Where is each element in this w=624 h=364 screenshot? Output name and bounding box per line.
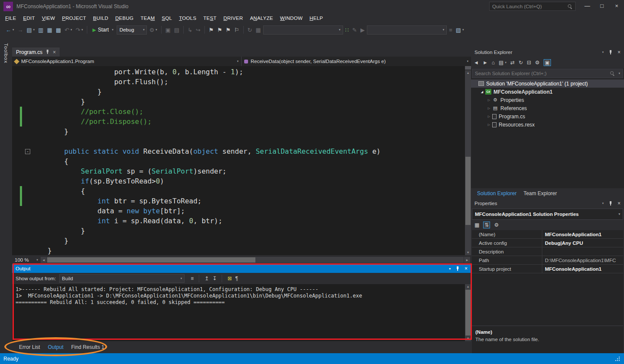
menu-item-tools[interactable]: TOOLS [175, 14, 200, 22]
close-icon[interactable]: × [618, 200, 621, 206]
close-icon[interactable]: × [465, 266, 468, 272]
attach-to-process-icon[interactable]: ⚙▾ [148, 26, 158, 34]
scrollbar-thumb[interactable] [465, 290, 471, 336]
toolbox-tab[interactable]: Toolbox [3, 43, 9, 63]
tool-window-tab-error-list[interactable]: Error List [16, 342, 44, 352]
menu-item-test[interactable]: TEST [200, 14, 220, 22]
pin-icon[interactable] [608, 201, 613, 206]
find-message-icon[interactable]: ≡ [191, 275, 194, 282]
immediate-window-icon[interactable]: ▤ [173, 26, 181, 34]
properties-object-selector[interactable]: MFConsoleApplication1 Solution Propertie… [472, 209, 623, 220]
menu-item-help[interactable]: HELP [306, 14, 326, 22]
find-combo[interactable]: ▾ [263, 25, 343, 35]
save-icon[interactable]: ▦ [46, 26, 54, 34]
tree-item-references[interactable]: ▷▤References [471, 104, 624, 112]
clear-bookmarks-icon[interactable]: ⚐ [233, 26, 241, 34]
back-icon[interactable]: ◄ [474, 60, 479, 66]
minimize-button[interactable]: — [580, 0, 595, 11]
scrollbar-track[interactable] [47, 257, 464, 263]
expander-icon[interactable]: ◢ [480, 90, 484, 94]
categorized-icon[interactable]: ▦ [474, 222, 479, 228]
solution-explorer-search[interactable]: Search Solution Explorer (Ctrl+;) ▾ [472, 69, 623, 78]
tree-item-program-cs[interactable]: ▷Program.cs [471, 112, 624, 120]
solution-platforms-icon[interactable]: ≡ [448, 26, 454, 34]
menu-item-build[interactable]: BUILD [89, 14, 111, 22]
menu-item-driver[interactable]: DRIVER [220, 14, 246, 22]
property-row-startup-project[interactable]: Startup projectMFConsoleApplication1 [472, 265, 623, 273]
next-bookmark-icon[interactable]: ⚑ [224, 26, 232, 34]
members-dropdown[interactable]: ReceiveData(object sender, SerialDataRec… [242, 57, 471, 66]
editor-horizontal-scrollbar[interactable]: ◂ ▸ [41, 257, 470, 263]
types-dropdown[interactable]: MFConsoleApplication1.Program ▾ [12, 57, 242, 66]
step-into-icon[interactable]: ↳ [186, 26, 194, 34]
expander-icon[interactable]: ▷ [487, 115, 491, 118]
command-window-icon[interactable]: ▦ [255, 26, 262, 34]
expander-icon[interactable]: ▷ [487, 98, 491, 102]
editor-vertical-scrollbar[interactable]: ▴ ▾ [465, 66, 471, 255]
window-position-icon[interactable]: ▾ [602, 51, 604, 54]
splitter-handle[interactable] [465, 66, 471, 70]
save-all-icon[interactable]: ▩ [54, 26, 62, 34]
scrollbar-thumb[interactable] [47, 257, 255, 263]
home-icon[interactable]: ⌂ [492, 60, 495, 66]
undo-icon[interactable]: ↶▾ [63, 26, 73, 34]
code-area[interactable]: port.Write(b, 0, b.Length - 1); port.Flu… [38, 66, 465, 255]
redo-icon[interactable]: ↷▾ [74, 26, 84, 34]
tree-item-solution-mfconsoleapplication1-1-project[interactable]: Solution 'MFConsoleApplication1' (1 proj… [471, 79, 624, 88]
expander-icon[interactable]: ▷ [487, 107, 491, 110]
menu-item-window[interactable]: WINDOW [277, 14, 306, 22]
tool-window-tab-output[interactable]: Output [45, 342, 67, 352]
menu-item-sql[interactable]: SQL [158, 14, 175, 22]
toggle-bookmark-icon[interactable]: ⚑ [207, 26, 215, 34]
pin-icon[interactable] [45, 50, 50, 54]
menu-item-view[interactable]: VIEW [38, 14, 59, 22]
scroll-up-icon[interactable]: ▴ [465, 70, 471, 76]
property-row-description[interactable]: Description [472, 247, 623, 256]
forward-icon[interactable]: ► [483, 60, 488, 66]
go-to-previous-message-icon[interactable]: ↥ [204, 275, 209, 282]
scroll-up-icon[interactable]: ▴ [465, 284, 471, 289]
code-editor[interactable]: - port.Write(b, 0, b.Length - 1); port.F… [12, 66, 471, 255]
pin-icon[interactable] [608, 50, 613, 55]
scrollbar-thumb[interactable] [465, 157, 471, 225]
tool-window-tab-find-results-1[interactable]: Find Results 1 [68, 342, 108, 352]
menu-item-analyze[interactable]: ANALYZE [246, 14, 277, 22]
quick-launch-input[interactable]: Quick Launch (Ctrl+Q) [489, 2, 576, 11]
step-over-icon[interactable]: ↪ [194, 26, 202, 34]
find-next-icon[interactable]: ▶ [359, 26, 366, 34]
collapse-all-icon[interactable]: ⊟ [527, 60, 531, 66]
scroll-down-icon[interactable]: ▾ [465, 336, 471, 341]
breakpoints-window-icon[interactable]: ▣ [164, 26, 172, 34]
extensions-icon[interactable]: ▧▾ [455, 26, 465, 34]
resize-grip[interactable] [614, 356, 621, 362]
previous-bookmark-icon[interactable]: ⚑ [216, 26, 224, 34]
close-icon[interactable]: × [53, 49, 56, 55]
scroll-left-icon[interactable]: ◂ [41, 257, 47, 263]
toggle-word-wrap-icon[interactable]: ¶ [236, 275, 238, 282]
zoom-selector[interactable]: 100 % ▾ [12, 256, 41, 264]
window-position-icon[interactable]: ▾ [449, 267, 451, 271]
close-icon[interactable]: × [618, 49, 621, 55]
menu-item-project[interactable]: PROJECT [59, 14, 90, 22]
pin-icon[interactable] [455, 266, 460, 271]
new-project-icon[interactable]: ▤▾ [25, 26, 36, 34]
output-scrollbar[interactable]: ▴ ▾ [465, 284, 471, 341]
scroll-right-icon[interactable]: ▸ [464, 257, 470, 263]
expander-icon[interactable]: ▷ [487, 123, 491, 127]
properties-wrench-icon[interactable]: ⚙ [494, 222, 499, 228]
switch-views-icon[interactable]: ▤▾ [499, 60, 506, 66]
window-position-icon[interactable]: ▾ [602, 202, 604, 205]
edit-in-find-icon[interactable]: ✎ [351, 26, 358, 34]
property-row-name[interactable]: (Name)MFConsoleApplication1 [472, 230, 623, 239]
output-source-combo[interactable]: Build ▾ [59, 274, 185, 283]
properties-icon[interactable]: ⚙ [535, 60, 540, 66]
find-options-icon[interactable]: ∷ [344, 26, 350, 34]
menu-item-debug[interactable]: DEBUG [112, 14, 137, 22]
start-debug-button[interactable]: ▶Start▾ [90, 27, 116, 33]
property-row-active-config[interactable]: Active configDebug|Any CPU [472, 239, 623, 247]
go-to-next-message-icon[interactable]: ↧ [212, 275, 216, 282]
refresh-icon[interactable]: ↻ [519, 60, 523, 66]
output-title-bar[interactable]: Output ▾ × [12, 264, 471, 273]
close-button[interactable]: × [609, 0, 624, 11]
command-combo[interactable]: ▾ [367, 25, 447, 35]
